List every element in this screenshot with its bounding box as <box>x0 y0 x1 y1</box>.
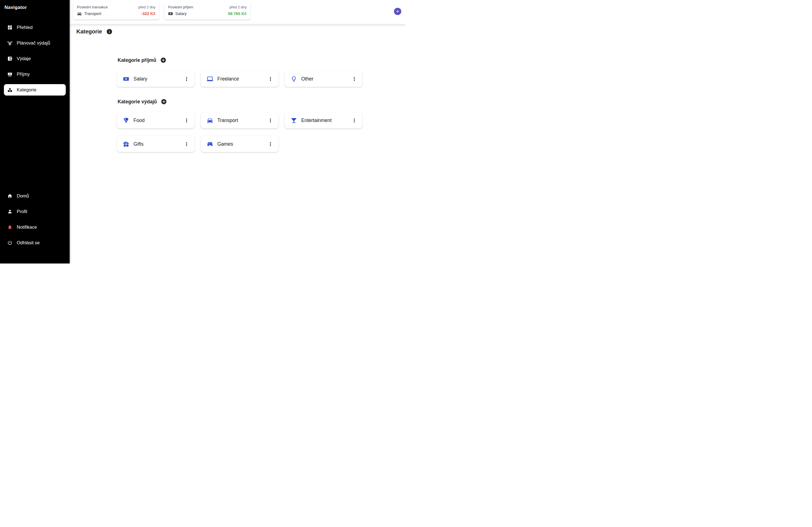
sidebar-item-label: Plánovač výdajů <box>17 40 50 46</box>
sidebar-item-label: Příjmy <box>17 72 30 77</box>
kebab-icon <box>267 76 273 82</box>
sidebar-row: Výdaje <box>0 51 70 66</box>
summary-card-item-label: Transport <box>84 11 101 16</box>
category-card-gifts[interactable]: Gifts <box>117 136 194 152</box>
summary-card-amount: -322 Kč <box>141 11 156 16</box>
sidebar-item-label: Domů <box>17 193 29 199</box>
category-card-entertainment[interactable]: Entertainment <box>285 112 362 128</box>
category-card-other[interactable]: Other <box>285 71 362 87</box>
kebab-icon <box>184 141 189 147</box>
summary-card-body: Transport-322 Kč <box>77 11 156 16</box>
section-kategorie-v-daj: Kategorie výdajůFoodTransportEntertainme… <box>117 99 362 152</box>
power-icon <box>7 240 13 245</box>
sidebar-row: Domů <box>0 188 70 204</box>
category-card-label: Games <box>217 141 233 147</box>
sidebar-item-kategorie[interactable]: Kategorie <box>4 84 66 96</box>
sidebar-row: Přehled <box>0 19 70 35</box>
category-grid: SalaryFreelanceOther <box>117 71 362 87</box>
sidebar-row: Odhlásit se <box>0 235 70 250</box>
category-card-food[interactable]: Food <box>117 112 194 128</box>
summary-card-header: Poslední příjempřed 2 dny <box>168 5 247 9</box>
summary-card-item: Transport <box>77 11 101 16</box>
category-grid: FoodTransportEntertainmentGiftsGames <box>117 112 362 152</box>
home-icon <box>7 193 13 199</box>
category-card-label: Freelance <box>217 76 239 82</box>
category-card-freelance[interactable]: Freelance <box>201 71 278 87</box>
sidebar-item-notifikace[interactable]: Notifikace <box>4 221 66 233</box>
category-card-label: Entertainment <box>301 118 332 123</box>
summary-cards: Poslední transakcepřed 2 dnyTransport-32… <box>73 2 250 19</box>
category-card-games[interactable]: Games <box>201 136 278 152</box>
kebab-menu-button[interactable] <box>266 75 274 83</box>
kebab-menu-button[interactable] <box>350 116 358 125</box>
summary-card: Poslední příjempřed 2 dnySalary98 765 Kč <box>164 2 250 19</box>
kebab-icon <box>351 76 357 82</box>
sidebar-item-v-daje[interactable]: Výdaje <box>4 53 66 64</box>
section-title: Kategorie výdajů <box>118 99 157 105</box>
category-card-label: Transport <box>217 118 238 123</box>
section-title: Kategorie příjmů <box>118 57 156 63</box>
sidebar-item-p-ehled[interactable]: Přehled <box>4 22 66 33</box>
sidebar: Navigator PřehledPlánovač výdajůVýdajePř… <box>0 0 70 263</box>
summary-card-header: Poslední transakcepřed 2 dny <box>77 5 156 9</box>
kebab-menu-button[interactable] <box>183 140 191 148</box>
sidebar-item-dom[interactable]: Domů <box>4 190 66 202</box>
category-sections: Kategorie příjmůSalaryFreelanceOtherKate… <box>117 57 362 164</box>
sidebar-row: Plánovač výdajů <box>0 35 70 51</box>
sidebar-item-label: Notifikace <box>17 224 37 230</box>
laptop-icon <box>207 76 213 82</box>
car-icon <box>77 11 82 16</box>
summary-card: Poslední transakcepřed 2 dnyTransport-32… <box>73 2 159 19</box>
kebab-icon <box>267 141 273 147</box>
main-content: Kategorie Kategorie příjmůSalaryFreelanc… <box>70 24 406 263</box>
kebab-icon <box>351 118 357 123</box>
section-kategorie-p-jm: Kategorie příjmůSalaryFreelanceOther <box>117 57 362 87</box>
sidebar-item-label: Odhlásit se <box>17 240 40 245</box>
summary-card-title: Poslední příjem <box>168 5 193 9</box>
page-title-row: Kategorie <box>76 28 113 35</box>
kebab-menu-button[interactable] <box>266 140 274 148</box>
sidebar-item-pl-nova-v-daj[interactable]: Plánovač výdajů <box>4 37 66 49</box>
add-circle-icon <box>161 99 167 105</box>
kebab-menu-button[interactable] <box>183 75 191 83</box>
sidebar-item-odhl-sit-se[interactable]: Odhlásit se <box>4 237 66 248</box>
sidebar-row: Notifikace <box>0 219 70 235</box>
wallet-icon <box>7 56 13 61</box>
kebab-icon <box>184 76 189 82</box>
summary-card-time: před 2 dny <box>230 5 247 9</box>
gamepad-icon <box>207 141 213 147</box>
category-card-label: Food <box>133 118 145 123</box>
sidebar-item-p-jmy[interactable]: Příjmy <box>4 69 66 80</box>
sidebar-row: Kategorie <box>0 82 70 98</box>
summary-card-amount: 98 765 Kč <box>228 11 247 16</box>
info-icon <box>106 28 113 35</box>
gift-icon <box>123 141 129 147</box>
kebab-menu-button[interactable] <box>266 116 274 125</box>
add-button[interactable] <box>394 8 401 15</box>
sidebar-item-label: Kategorie <box>17 87 37 92</box>
plus-icon <box>395 9 400 14</box>
summary-card-item: Salary <box>168 11 187 16</box>
category-card-salary[interactable]: Salary <box>117 71 194 87</box>
kebab-menu-button[interactable] <box>350 75 358 83</box>
summary-card-title: Poslední transakce <box>77 5 108 9</box>
cocktail-icon <box>291 117 297 124</box>
category-card-label: Salary <box>133 76 147 82</box>
kebab-menu-button[interactable] <box>183 116 191 125</box>
summary-card-item-label: Salary <box>175 11 187 16</box>
sidebar-row: Příjmy <box>0 66 70 82</box>
sidebar-item-profil[interactable]: Profil <box>4 206 66 217</box>
sidebar-row: Profil <box>0 204 70 219</box>
sidebar-item-label: Profil <box>17 209 27 214</box>
add-category-button[interactable] <box>161 99 167 105</box>
sidebar-item-label: Výdaje <box>17 56 31 61</box>
info-button[interactable] <box>106 28 113 35</box>
summary-card-time: před 2 dny <box>139 5 156 9</box>
lightbulb-icon <box>291 76 297 82</box>
category-card-transport[interactable]: Transport <box>201 112 278 128</box>
kebab-icon <box>184 118 189 123</box>
dashboard-icon <box>7 25 13 30</box>
topbar: Poslední transakcepřed 2 dnyTransport-32… <box>70 0 406 24</box>
add-category-button[interactable] <box>160 57 166 63</box>
app-title: Navigator <box>4 5 27 10</box>
